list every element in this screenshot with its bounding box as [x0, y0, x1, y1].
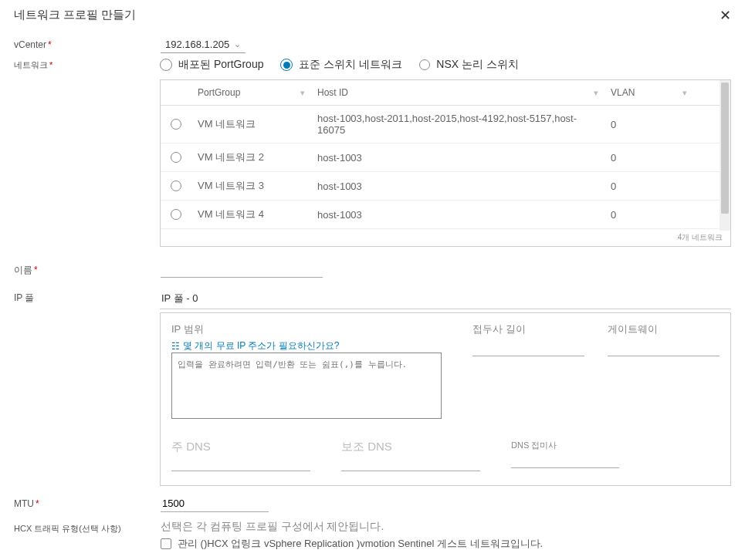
gateway-label: 게이트웨이	[608, 322, 720, 336]
hcx-traffic-label: HCX 트래픽 유형(선택 사항)	[14, 520, 161, 535]
required-indicator: *	[49, 60, 52, 69]
column-header-hostid-text: Host ID	[317, 87, 348, 98]
cell-vlan: 0	[604, 201, 693, 228]
dns-suffix-input[interactable]	[511, 451, 619, 468]
network-label-text: 네트워크	[14, 60, 48, 69]
filter-icon[interactable]: ▾	[300, 88, 305, 98]
ip-range-textarea[interactable]	[171, 353, 442, 419]
cell-vlan: 0	[604, 172, 693, 200]
vcenter-label: vCenter*	[14, 36, 161, 50]
hcx-traffic-label-text: HCX 트래픽 유형(선택 사항)	[14, 524, 121, 533]
prefix-length-input[interactable]	[472, 339, 584, 356]
gateway-input[interactable]	[608, 339, 720, 356]
vcenter-label-text: vCenter	[14, 39, 46, 50]
filter-icon[interactable]: ▾	[594, 88, 598, 98]
radio-icon	[160, 59, 172, 71]
calculator-icon: ☷	[171, 341, 180, 352]
table-row[interactable]: VM 네트워크 2host-10030	[161, 143, 730, 172]
network-label: 네트워크*	[14, 56, 160, 71]
vcenter-selected-value: 192.168.1.205	[165, 39, 229, 50]
table-row[interactable]: VM 네트워크host-1003,host-2011,host-2015,hos…	[161, 106, 730, 143]
radio-icon	[419, 59, 430, 70]
radio-standard-label: 표준 스위치 네트워크	[299, 58, 402, 72]
column-header-portgroup-text: PortGroup	[198, 87, 240, 98]
ip-pool-label-text: IP 풀	[14, 292, 34, 303]
mtu-label-text: MTU	[14, 498, 34, 509]
cell-portgroup: VM 네트워크 4	[191, 201, 311, 228]
cell-hostid: host-1003,host-2011,host-2015,host-4192,…	[311, 106, 604, 143]
row-radio[interactable]	[171, 152, 181, 163]
ip-help-link-text: 몇 개의 무료 IP 주소가 필요하신가요?	[183, 339, 339, 353]
column-header-vlan[interactable]: VLAN ▾	[604, 80, 693, 105]
ip-pool-header: IP 풀 - 0	[160, 288, 731, 309]
table-row[interactable]: VM 네트워크 4host-10030	[161, 201, 730, 229]
row-radio[interactable]	[171, 209, 181, 220]
radio-nsx-label: NSX 논리 스위치	[436, 58, 519, 72]
column-header-hostid[interactable]: Host ID ▾	[311, 80, 604, 105]
column-header-portgroup[interactable]: PortGroup ▾	[191, 80, 311, 105]
hcx-traffic-options-text: 관리 ()HCX 업링크 vSphere Replication )vmotio…	[178, 537, 543, 551]
mtu-input[interactable]	[161, 495, 269, 512]
cell-vlan: 0	[604, 106, 693, 143]
radio-deployed-portgroup[interactable]: 배포된 PortGroup	[160, 58, 263, 72]
prefix-length-label: 접두사 길이	[472, 322, 584, 336]
cell-portgroup: VM 네트워크 3	[191, 172, 311, 200]
name-label: 이름*	[14, 261, 161, 277]
radio-icon	[280, 59, 293, 71]
cell-hostid: host-1003	[311, 201, 604, 228]
filter-icon[interactable]: ▾	[682, 88, 687, 98]
hcx-traffic-note: 선택은 각 컴퓨팅 프로필 구성에서 제안됩니다.	[161, 520, 731, 534]
name-label-text: 이름	[14, 265, 32, 275]
cell-hostid: host-1003	[311, 143, 604, 171]
network-table: PortGroup ▾ Host ID ▾ VLAN ▾ VM 네트워크host…	[160, 79, 731, 247]
primary-dns-input[interactable]	[171, 454, 310, 471]
cell-vlan: 0	[604, 143, 693, 171]
close-icon: ✕	[720, 8, 731, 23]
table-footer-count: 4개 네트워크	[161, 229, 730, 246]
dns-suffix-label: DNS 접미사	[511, 440, 619, 451]
ip-help-link[interactable]: ☷ 몇 개의 무료 IP 주소가 필요하신가요?	[171, 339, 449, 353]
required-indicator: *	[36, 498, 39, 509]
cell-hostid: host-1003	[311, 172, 604, 200]
scrollbar-thumb[interactable]	[721, 83, 729, 214]
ip-pool-label: IP 풀	[14, 288, 160, 305]
required-indicator: *	[48, 39, 52, 50]
close-button[interactable]: ✕	[720, 8, 731, 22]
mtu-label: MTU*	[14, 495, 161, 509]
scrollbar[interactable]	[720, 80, 730, 231]
secondary-dns-input[interactable]	[341, 454, 480, 471]
required-indicator: *	[34, 265, 38, 275]
vcenter-dropdown[interactable]: 192.168.1.205 ⌄	[161, 36, 246, 53]
radio-nsx-logical-switch[interactable]: NSX 논리 스위치	[419, 58, 519, 72]
name-input[interactable]	[161, 261, 323, 278]
cell-portgroup: VM 네트워크	[191, 106, 311, 143]
primary-dns-label: 주 DNS	[171, 440, 310, 454]
ip-range-label: IP 범위	[171, 322, 449, 336]
cell-portgroup: VM 네트워크 2	[191, 143, 311, 171]
row-radio[interactable]	[171, 180, 181, 191]
traffic-checkbox[interactable]	[161, 538, 171, 549]
chevron-down-icon: ⌄	[234, 39, 241, 49]
row-radio[interactable]	[171, 119, 181, 130]
secondary-dns-label: 보조 DNS	[341, 440, 480, 454]
table-row[interactable]: VM 네트워크 3host-10030	[161, 172, 730, 201]
radio-deployed-label: 배포된 PortGroup	[178, 58, 263, 72]
dialog-title: 네트워크 프로필 만들기	[14, 8, 136, 22]
column-header-vlan-text: VLAN	[611, 87, 635, 98]
radio-standard-switch[interactable]: 표준 스위치 네트워크	[280, 58, 402, 72]
